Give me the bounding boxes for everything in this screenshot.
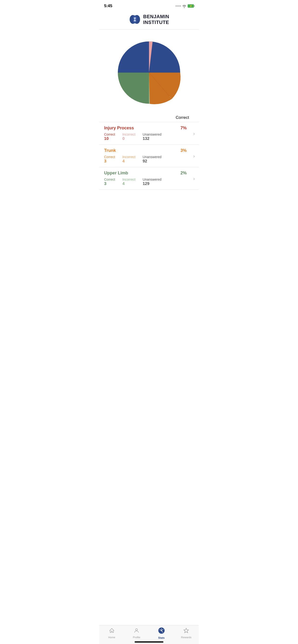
incorrect-value: 0 <box>122 136 135 141</box>
unanswered-label: Unanswered <box>142 132 162 136</box>
incorrect-value: 4 <box>122 159 135 164</box>
incorrect-label: Incorrect <box>122 178 135 181</box>
status-icons: ⚡ <box>176 4 194 8</box>
unanswered-value: 129 <box>142 181 162 186</box>
incorrect-stat: Incorrect 4 <box>122 178 135 186</box>
category-top: Trunk 3% <box>104 148 194 153</box>
incorrect-stat: Incorrect 0 <box>122 132 135 141</box>
unanswered-label: Unanswered <box>142 155 162 159</box>
chevron-right-icon: › <box>193 130 195 136</box>
category-row-upper-limb[interactable]: Upper Limb 2% Correct 3 Incorrect 4 Unan… <box>99 167 199 190</box>
category-top: Upper Limb 2% <box>104 170 194 176</box>
category-stats: Correct 10 Incorrect 0 Unanswered 132 <box>104 132 194 141</box>
category-name: Trunk <box>104 148 116 153</box>
incorrect-value: 4 <box>122 181 135 186</box>
incorrect-label: Incorrect <box>122 155 135 159</box>
unanswered-value: 92 <box>142 159 162 164</box>
pie-chart-container <box>99 30 199 113</box>
correct-column-header: Correct <box>176 115 189 120</box>
wifi-icon <box>182 4 186 8</box>
main-content: Correct Injury Process 7% Correct 10 Inc… <box>99 30 199 214</box>
app-header: BENJAMININSTITUTE <box>99 10 199 30</box>
correct-value: 3 <box>104 159 115 164</box>
battery-icon: ⚡ <box>188 4 194 8</box>
category-percentage: 2% <box>181 170 187 176</box>
unanswered-stat: Unanswered 92 <box>142 155 162 164</box>
unanswered-value: 132 <box>142 136 162 141</box>
category-row-injury-process[interactable]: Injury Process 7% Correct 10 Incorrect 0… <box>99 122 199 145</box>
status-time: 5:45 <box>104 4 112 8</box>
category-stats: Correct 3 Incorrect 4 Unanswered 129 <box>104 178 194 186</box>
category-stats: Correct 3 Incorrect 4 Unanswered 92 <box>104 155 194 164</box>
pie-chart <box>111 37 187 108</box>
category-percentage: 7% <box>181 126 187 130</box>
unanswered-stat: Unanswered 132 <box>142 132 162 141</box>
category-row-trunk[interactable]: Trunk 3% Correct 3 Incorrect 4 Unanswere… <box>99 145 199 167</box>
correct-value: 10 <box>104 136 115 141</box>
app-title: BENJAMININSTITUTE <box>143 14 169 25</box>
unanswered-stat: Unanswered 129 <box>142 178 162 186</box>
categories-list: Injury Process 7% Correct 10 Incorrect 0… <box>99 122 199 190</box>
chevron-right-icon: › <box>193 176 195 181</box>
chevron-right-icon: › <box>193 153 195 158</box>
correct-value: 3 <box>104 181 115 186</box>
category-name: Upper Limb <box>104 170 128 176</box>
category-top: Injury Process 7% <box>104 126 194 130</box>
table-header: Correct <box>99 113 199 122</box>
unanswered-label: Unanswered <box>142 178 162 181</box>
correct-stat: Correct 10 <box>104 132 115 141</box>
correct-label: Correct <box>104 178 115 181</box>
signal-icon <box>176 6 181 6</box>
incorrect-stat: Incorrect 4 <box>122 155 135 164</box>
logo-icon <box>129 14 141 26</box>
correct-stat: Correct 3 <box>104 178 115 186</box>
category-percentage: 3% <box>181 148 187 153</box>
correct-stat: Correct 3 <box>104 155 115 164</box>
correct-label: Correct <box>104 155 115 159</box>
incorrect-label: Incorrect <box>122 132 135 136</box>
correct-label: Correct <box>104 132 115 136</box>
category-name: Injury Process <box>104 126 134 130</box>
status-bar: 5:45 ⚡ <box>99 0 199 10</box>
